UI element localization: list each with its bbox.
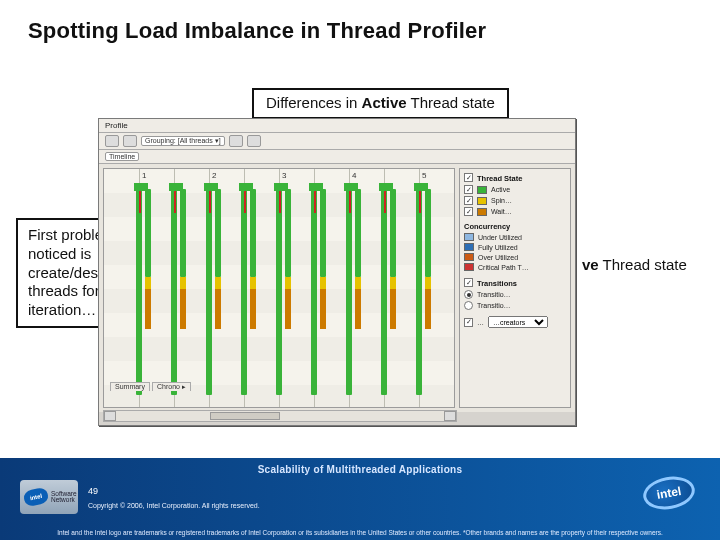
callout-side: ve Thread state: [582, 256, 687, 273]
scroll-thumb[interactable]: [210, 412, 280, 420]
legend-item: Wait…: [491, 208, 512, 215]
profiler-window: Profile Grouping: [All threads ▾] Timeli…: [98, 118, 576, 426]
axis-tick: 5: [422, 171, 426, 180]
creators-select[interactable]: …creators: [488, 316, 548, 328]
intel-software-badge: intel SoftwareNetwork: [20, 480, 78, 514]
checkbox[interactable]: ✓: [464, 318, 473, 327]
legend-header: Transitions: [477, 279, 517, 288]
page-number: 49: [88, 486, 98, 496]
footer-subtitle: Scalability of Multithreaded Application…: [0, 458, 720, 475]
checkbox[interactable]: ✓: [464, 207, 473, 216]
toolbar-button[interactable]: [247, 135, 261, 147]
legend-item: Spin…: [491, 197, 512, 204]
legend-item: …: [477, 319, 484, 326]
axis-tick: 3: [282, 171, 286, 180]
swatch-icon: [464, 243, 474, 251]
callout-top: Differences in Active Thread state: [252, 88, 509, 119]
swatch-icon: [464, 233, 474, 241]
scroll-left-icon[interactable]: [104, 411, 116, 421]
checkbox[interactable]: ✓: [464, 173, 473, 182]
swatch-icon: [477, 197, 487, 205]
legend-item: Under Utilized: [478, 234, 522, 241]
copyright: Copyright © 2006, Intel Corporation. All…: [88, 502, 260, 509]
profiler-menubar[interactable]: Profile: [99, 119, 575, 133]
checkbox[interactable]: ✓: [464, 196, 473, 205]
plot-tab[interactable]: Summary: [110, 382, 150, 391]
badge-text: SoftwareNetwork: [51, 491, 77, 504]
swatch-icon: [477, 186, 487, 194]
legend-item: Fully Utilized: [478, 244, 518, 251]
tab-timeline[interactable]: Timeline: [105, 152, 139, 161]
profiler-tabbar[interactable]: Timeline: [99, 150, 575, 164]
radio[interactable]: [464, 301, 473, 310]
toolbar-button[interactable]: [229, 135, 243, 147]
slide-title: Spotting Load Imbalance in Thread Profil…: [0, 0, 720, 50]
timeline-plot[interactable]: 1 2 3 4 5: [103, 168, 455, 408]
intel-logo: intel: [640, 474, 698, 512]
intel-logo-icon: intel: [23, 487, 50, 508]
swatch-icon: [464, 253, 474, 261]
grouping-dropdown[interactable]: Grouping: [All threads ▾]: [141, 136, 225, 146]
legend-panel: ✓Thread State ✓Active ✓Spin… ✓Wait… Conc…: [459, 168, 571, 408]
radio[interactable]: [464, 290, 473, 299]
axis-tick: 2: [212, 171, 216, 180]
intel-logo-icon: intel: [641, 473, 698, 514]
horizontal-scrollbar[interactable]: [103, 410, 457, 422]
profiler-toolbar[interactable]: Grouping: [All threads ▾]: [99, 133, 575, 150]
checkbox[interactable]: ✓: [464, 185, 473, 194]
toolbar-button[interactable]: [123, 135, 137, 147]
footer: Scalability of Multithreaded Application…: [0, 458, 720, 540]
menu-item-profile[interactable]: Profile: [105, 121, 128, 130]
legend-header: Concurrency: [464, 222, 566, 231]
scroll-right-icon[interactable]: [444, 411, 456, 421]
swatch-icon: [477, 208, 487, 216]
legend-item: Critical Path T…: [478, 264, 529, 271]
legend-item: Transitio…: [477, 302, 511, 309]
legend-header: Thread State: [477, 174, 522, 183]
legend-item: Transitio…: [477, 291, 511, 298]
slide: Spotting Load Imbalance in Thread Profil…: [0, 0, 720, 540]
legal-text: Intel and the Intel logo are trademarks …: [40, 529, 680, 536]
axis-tick: 4: [352, 171, 356, 180]
axis-tick: 1: [142, 171, 146, 180]
legend-item: Over Utilized: [478, 254, 518, 261]
swatch-icon: [464, 263, 474, 271]
plot-bottom-tabs[interactable]: Summary Chrono ▸: [110, 382, 191, 391]
plot-tab[interactable]: Chrono ▸: [152, 382, 191, 391]
checkbox[interactable]: ✓: [464, 278, 473, 287]
legend-item: Active: [491, 186, 510, 193]
toolbar-button[interactable]: [105, 135, 119, 147]
